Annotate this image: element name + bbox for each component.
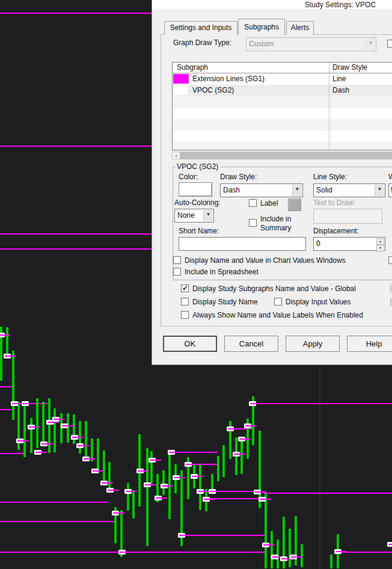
text-to-draw-field[interactable] xyxy=(313,209,382,224)
display-study-name-row: Display Study Name xyxy=(181,298,258,306)
color-label: Color: xyxy=(179,173,198,181)
width-label: W xyxy=(388,173,392,181)
app-window: Study Settings: VPOC Settings and Inputs… xyxy=(0,0,392,569)
display-input-values-row: Display Input Values xyxy=(274,298,351,306)
auto-coloring-label: Auto-Coloring: xyxy=(174,198,221,207)
include-in-summary-row: Include in Summary xyxy=(249,219,298,237)
color-swatch xyxy=(173,85,189,95)
dialog-title: Study Settings: VPOC xyxy=(305,1,376,9)
short-name-label: Short Name: xyxy=(179,227,219,235)
tab-settings-and-inputs[interactable]: Settings and Inputs xyxy=(164,21,237,35)
clipped-checkbox[interactable] xyxy=(387,40,392,48)
table-horizontal-scrollbar[interactable]: ‹ xyxy=(172,152,392,159)
include-in-summary-checkbox[interactable] xyxy=(249,219,257,227)
always-show-labels-checkbox[interactable] xyxy=(181,311,189,319)
include-in-spreadsheet-row: Include in Spreadsheet xyxy=(173,268,259,276)
draw-style-select[interactable]: Dash ▼ xyxy=(220,183,303,197)
spin-down-icon[interactable]: ▾ xyxy=(376,245,384,251)
graph-draw-type-label: Graph Draw Type: xyxy=(173,38,231,47)
line-style-label: Line Style: xyxy=(313,173,347,181)
chevron-down-icon: ▼ xyxy=(203,210,213,221)
subgraph-table[interactable]: Subgraph Draw Style Extension Lines (SG1… xyxy=(172,62,392,150)
column-divider xyxy=(329,63,329,150)
vpoc-group-title: VPOC (SG2) xyxy=(175,162,220,171)
display-subgraphs-global-checkbox[interactable] xyxy=(181,284,189,292)
short-name-field[interactable] xyxy=(179,237,306,251)
study-settings-dialog: Study Settings: VPOC Settings and Inputs… xyxy=(152,0,392,365)
chevron-down-icon: ▼ xyxy=(375,185,384,196)
displacement-label: Displacement: xyxy=(313,227,359,235)
display-subgraphs-global-row: Display Study Subgraphs Name and Value -… xyxy=(181,284,356,293)
text-to-draw-label: Text to Draw: xyxy=(313,198,355,207)
tab-subgraphs[interactable]: Subgraphs xyxy=(238,19,285,35)
cancel-button[interactable]: Cancel xyxy=(224,336,278,352)
chevron-down-icon: ▼ xyxy=(366,38,375,50)
color-swatch xyxy=(173,74,189,84)
dialog-titlebar[interactable]: Study Settings: VPOC xyxy=(152,0,392,9)
scrollbar-thumb[interactable] xyxy=(180,152,392,159)
ok-button[interactable]: OK xyxy=(163,336,217,352)
table-row-vpoc[interactable]: VPOC (SG2) Dash xyxy=(173,85,392,96)
empty-row xyxy=(173,119,392,131)
width-field[interactable]: 5 xyxy=(388,183,392,197)
always-show-labels-row: Always Show Name and Value Labels When E… xyxy=(181,311,363,319)
help-button[interactable]: Help xyxy=(347,336,392,352)
display-name-chart-values-checkbox[interactable] xyxy=(173,256,181,264)
display-input-values-checkbox[interactable] xyxy=(274,298,282,306)
column-subgraph: Subgraph xyxy=(177,63,208,72)
apply-button[interactable]: Apply xyxy=(286,336,340,352)
subgraph-table-header: Subgraph Draw Style xyxy=(173,63,392,73)
tab-alerts[interactable]: Alerts xyxy=(286,21,314,35)
label-checkbox-row: Label xyxy=(249,199,278,208)
displacement-spinner[interactable]: ▴ ▾ xyxy=(376,238,384,250)
clipped-checkbox[interactable] xyxy=(388,256,392,264)
column-draw-style: Draw Style xyxy=(332,63,367,72)
display-study-name-checkbox[interactable] xyxy=(181,298,189,306)
displacement-field[interactable]: 0 ▴ ▾ xyxy=(313,237,385,251)
include-in-spreadsheet-checkbox[interactable] xyxy=(173,268,181,275)
chevron-down-icon: ▼ xyxy=(292,185,302,196)
label-checkbox[interactable] xyxy=(249,199,257,207)
empty-row xyxy=(173,142,392,150)
graph-draw-type-select[interactable]: Custom ▼ xyxy=(246,37,376,51)
clipped-control xyxy=(390,284,391,292)
clipped-control xyxy=(390,298,391,306)
label-color-button[interactable] xyxy=(288,198,301,211)
subgraph-color-button[interactable] xyxy=(179,182,212,197)
display-name-chart-values-row: Display Name and Value in Chart Values W… xyxy=(173,256,346,265)
line-style-select[interactable]: Solid ▼ xyxy=(313,183,385,197)
auto-coloring-select[interactable]: None ▼ xyxy=(174,209,214,223)
spin-up-icon[interactable]: ▴ xyxy=(376,238,384,245)
table-row-extension-lines[interactable]: Extension Lines (SG1) Line xyxy=(173,73,392,85)
scroll-left-icon[interactable]: ‹ xyxy=(173,152,180,159)
empty-row xyxy=(173,96,392,108)
draw-style-label: Draw Style: xyxy=(220,173,257,181)
